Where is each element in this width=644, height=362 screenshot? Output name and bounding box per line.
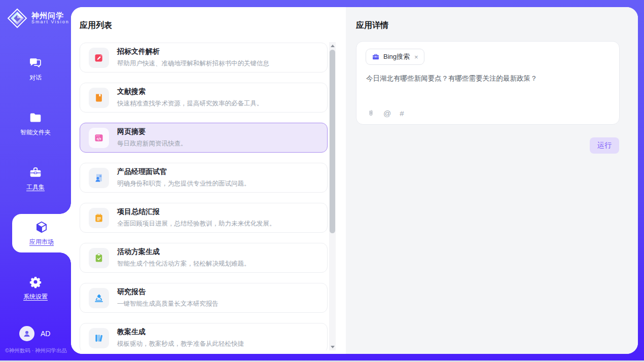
app-detail-panel: 应用详情 Bing搜索 × 今日湖北有哪些新闻要点？有哪些需要关注的最新政策？	[346, 7, 638, 354]
brand-logo: 神州问学 Smart Vision	[7, 8, 69, 28]
mention-icon[interactable]: @	[383, 109, 391, 118]
tool-tag-bing-search[interactable]: Bing搜索 ×	[366, 49, 424, 65]
app-card-lesson-plan[interactable]: 教案生成 模板驱动，教案秒成，教学准备从此轻松快捷	[80, 323, 328, 350]
sidebar-item-label: 工具集	[26, 183, 45, 192]
run-button[interactable]: 运行	[590, 137, 619, 154]
avatar	[19, 326, 34, 341]
app-description: 明确身份和职责，为您提供专业性的面试问题。	[117, 179, 251, 188]
scroll-up-arrow[interactable]	[329, 42, 336, 49]
app-card-bid-parse[interactable]: 招标文件解析 帮助用户快速、准确地理解和解析招标书中的关键信息	[80, 43, 328, 73]
report-note-icon	[89, 208, 109, 228]
app-detail-title: 应用详情	[356, 20, 388, 31]
brand-name: 神州问学	[31, 12, 69, 20]
web-code-icon	[89, 128, 109, 148]
app-description: 全面回顾项目进展，总结经验教训，助力未来优化发展。	[117, 220, 276, 228]
app-name: 文献搜索	[117, 87, 263, 96]
close-icon[interactable]: ×	[414, 53, 418, 61]
edit-document-icon	[89, 48, 109, 68]
books-icon	[89, 328, 109, 348]
sidebar-item-label: 对话	[29, 74, 42, 82]
sidebar-item-label: 系统设置	[23, 293, 48, 301]
app-card-pm-interviewer[interactable]: 产品经理面试官 明确身份和职责，为您提供专业性的面试问题。	[80, 163, 328, 193]
app-list-panel: 应用列表 招标文件解析 帮助用户快速、准确地理解和解析招标书中的关键信息	[71, 7, 346, 354]
user-name: AD	[41, 330, 50, 338]
main-content: 应用列表 招标文件解析 帮助用户快速、准确地理解和解析招标书中的关键信息	[71, 7, 638, 354]
app-name: 研究报告	[117, 287, 219, 297]
clipboard-check-icon	[89, 248, 109, 268]
user-account[interactable]: AD	[19, 326, 50, 341]
input-toolbar: @ #	[367, 109, 404, 118]
cube-icon	[35, 221, 48, 234]
app-card-event-plan[interactable]: 活动方案生成 智能生成个性化活动方案，轻松解决规划难题。	[80, 243, 328, 273]
app-name: 活动方案生成	[117, 247, 251, 257]
app-name: 项目总结汇报	[117, 207, 276, 216]
app-list-title: 应用列表	[80, 20, 112, 31]
app-name: 产品经理面试官	[117, 167, 251, 176]
app-card-web-summary[interactable]: 网页摘要 每日政府新闻资讯快查。	[80, 123, 328, 153]
interviewer-icon	[89, 168, 109, 188]
copyright-text: ©神州数码 · 神州问学出品	[5, 347, 67, 354]
folder-icon	[29, 111, 42, 124]
app-list-scrollbar[interactable]	[329, 42, 336, 350]
scrollbar-thumb[interactable]	[330, 50, 335, 233]
app-description: 每日政府新闻资讯快查。	[117, 139, 187, 148]
query-text[interactable]: 今日湖北有哪些新闻要点？有哪些需要关注的最新政策？	[366, 74, 610, 84]
app-card-literature-search[interactable]: 文献搜索 快速精准查找学术资源，提高研究效率的必备工具。	[80, 83, 328, 113]
briefcase-icon	[372, 53, 380, 61]
sidebar-item-chat[interactable]: 对话	[0, 50, 71, 88]
app-description: 快速精准查找学术资源，提高研究效率的必备工具。	[117, 99, 263, 108]
app-description: 帮助用户快速、准确地理解和解析招标书中的关键信息	[117, 59, 269, 68]
app-name: 招标文件解析	[117, 47, 269, 56]
diamond-logo-icon	[7, 8, 27, 28]
app-card-project-summary[interactable]: 项目总结汇报 全面回顾项目进展，总结经验教训，助力未来优化发展。	[80, 203, 328, 233]
sidebar-item-label: 智能文件夹	[20, 128, 51, 137]
app-description: 模板驱动，教案秒成，教学准备从此轻松快捷	[117, 340, 244, 348]
sidebar-item-app-market[interactable]: 应用市场	[12, 214, 71, 252]
sidebar-item-toolset[interactable]: 工具集	[0, 159, 71, 198]
sidebar-nav: 对话 智能文件夹 工具集	[0, 50, 71, 323]
sidebar-item-settings[interactable]: 系统设置	[0, 269, 71, 307]
app-description: 智能生成个性化活动方案，轻松解决规划难题。	[117, 260, 251, 268]
app-card-research-report[interactable]: 研究报告 一键智能生成高质量长文本研究报告	[80, 283, 328, 313]
app-list-scroll-area: 招标文件解析 帮助用户快速、准确地理解和解析招标书中的关键信息 文献搜索 快速精…	[80, 43, 329, 350]
microscope-icon	[89, 288, 109, 308]
book-icon	[89, 88, 109, 108]
brand-subtitle: Smart Vision	[31, 20, 69, 25]
chat-icon	[29, 56, 42, 69]
sidebar-item-smart-folder[interactable]: 智能文件夹	[0, 104, 71, 143]
gear-icon	[29, 275, 42, 288]
sidebar-item-label: 应用市场	[29, 238, 54, 246]
app-detail-card: Bing搜索 × 今日湖北有哪些新闻要点？有哪些需要关注的最新政策？ @ #	[356, 41, 620, 125]
toolbox-icon	[29, 166, 42, 179]
sidebar: 神州问学 Smart Vision 对话 智能文件夹	[0, 0, 71, 360]
app-name: 网页摘要	[117, 127, 187, 136]
app-description: 一键智能生成高质量长文本研究报告	[117, 300, 219, 308]
scroll-down-arrow[interactable]	[329, 343, 336, 350]
attachment-icon[interactable]	[367, 109, 375, 118]
app-name: 教案生成	[117, 328, 244, 337]
tool-tag-label: Bing搜索	[383, 52, 410, 61]
hash-icon[interactable]: #	[400, 109, 404, 118]
